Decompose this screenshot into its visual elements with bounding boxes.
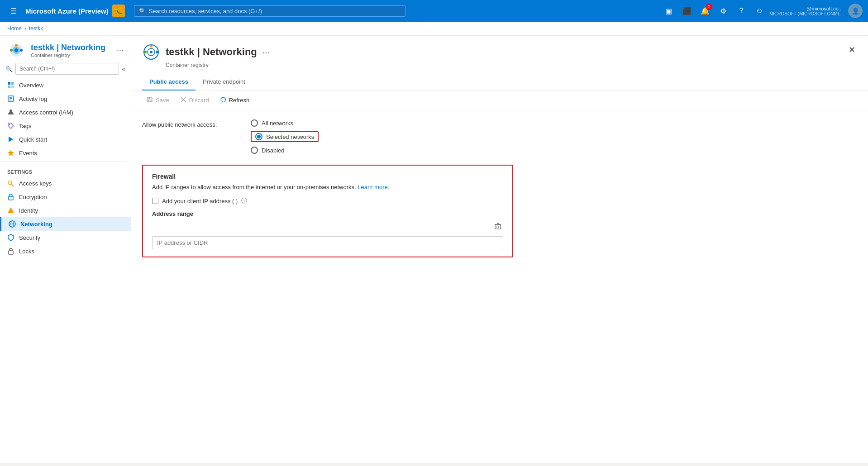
radio-selected-networks[interactable]: Selected networks xyxy=(251,131,319,142)
user-account[interactable]: @microsoft.co... MICROSOFT (MICROSOFT.ON… xyxy=(769,4,863,18)
settings-button[interactable]: ⚙ xyxy=(715,3,731,19)
discard-button[interactable]: Discard xyxy=(176,94,214,106)
app-title: Microsoft Azure (Preview) xyxy=(25,7,109,15)
svg-rect-33 xyxy=(148,100,151,102)
bug-icon: 🐛 xyxy=(112,5,125,17)
svg-point-6 xyxy=(15,44,18,47)
disabled-radio[interactable] xyxy=(251,147,258,154)
breadcrumb-current[interactable]: testkk xyxy=(29,25,43,32)
quick-start-icon xyxy=(7,136,14,143)
radio-disabled[interactable]: Disabled xyxy=(251,147,319,154)
svg-point-5 xyxy=(20,49,23,52)
sidebar-resource-subtitle: Container registry xyxy=(31,52,111,58)
sidebar-collapse-button[interactable]: « xyxy=(122,65,125,72)
sidebar-search-input[interactable] xyxy=(15,63,119,75)
global-search[interactable]: 🔍 xyxy=(134,5,405,17)
notifications-wrap: 🔔 2 xyxy=(697,3,713,19)
sidebar-item-access-keys[interactable]: Access keys xyxy=(0,176,131,190)
sidebar-item-activity-log[interactable]: Activity log xyxy=(0,92,131,105)
selected-networks-label: Selected networks xyxy=(266,133,314,140)
hamburger-icon: ☰ xyxy=(10,7,17,15)
selected-networks-radio[interactable] xyxy=(255,133,262,140)
resource-title-row: testkk | Networking ··· xyxy=(142,43,847,61)
radio-all-networks[interactable]: All networks xyxy=(251,119,319,127)
feedback-icon: ☺ xyxy=(756,7,763,15)
delete-address-button[interactable] xyxy=(492,221,503,233)
disabled-label: Disabled xyxy=(262,147,285,154)
svg-marker-17 xyxy=(9,137,13,142)
sidebar-item-tags[interactable]: Tags xyxy=(0,119,131,133)
svg-point-31 xyxy=(156,51,158,53)
client-ip-label: Add your client IP address ( ) xyxy=(162,198,238,204)
sidebar-item-identity[interactable]: Identity xyxy=(0,204,131,217)
sidebar-resource-name: testkk | Networking xyxy=(31,43,111,52)
svg-marker-18 xyxy=(8,150,14,156)
top-navigation: ☰ Microsoft Azure (Preview) 🐛 🔍 ▣ ⬛ 🔔 2 … xyxy=(0,0,868,22)
discard-icon xyxy=(180,96,186,104)
sidebar-more-button[interactable]: ··· xyxy=(117,46,124,55)
sidebar: testkk | Networking Container registry ·… xyxy=(0,36,131,463)
cidr-input[interactable] xyxy=(152,236,503,249)
feedback-button[interactable]: ☺ xyxy=(751,3,768,19)
svg-rect-26 xyxy=(9,251,13,254)
learn-more-link[interactable]: Learn more. xyxy=(358,184,389,190)
tabs: Public access Private endpoint xyxy=(131,74,868,90)
help-button[interactable]: ? xyxy=(733,3,749,19)
networking-icon xyxy=(9,220,16,228)
close-button[interactable]: ✕ xyxy=(847,43,857,57)
sidebar-item-networking[interactable]: Networking xyxy=(0,217,131,231)
identity-icon xyxy=(7,207,14,214)
svg-point-16 xyxy=(9,124,10,125)
refresh-label: Refresh xyxy=(229,97,250,104)
info-icon[interactable]: ⓘ xyxy=(241,197,247,205)
svg-point-4 xyxy=(10,49,13,52)
help-icon: ? xyxy=(739,7,744,15)
save-button[interactable]: Save xyxy=(142,94,174,106)
sidebar-item-overview[interactable]: Overview xyxy=(0,78,131,92)
sidebar-search-icon: 🔍 xyxy=(5,66,13,72)
page-subtitle: Container registry xyxy=(166,62,847,68)
sidebar-item-locks[interactable]: Locks xyxy=(0,244,131,258)
refresh-icon xyxy=(220,96,226,104)
client-ip-row: Add your client IP address ( ) ⓘ xyxy=(152,197,503,205)
tab-public-access[interactable]: Public access xyxy=(142,74,196,90)
svg-point-32 xyxy=(150,45,153,48)
tab-private-endpoint[interactable]: Private endpoint xyxy=(196,74,253,90)
encryption-icon xyxy=(7,193,14,200)
hamburger-menu-button[interactable]: ☰ xyxy=(5,3,22,19)
svg-marker-22 xyxy=(8,207,14,213)
search-input[interactable] xyxy=(149,8,401,14)
settings-icon: ⚙ xyxy=(720,7,726,15)
access-control-icon xyxy=(7,109,14,116)
main-content: Allow public network access: All network… xyxy=(131,110,868,463)
breadcrumb-home[interactable]: Home xyxy=(7,25,22,32)
sidebar-search-wrap: 🔍 « xyxy=(0,63,131,78)
client-ip-checkbox[interactable] xyxy=(152,198,158,204)
terminal-icon: ▣ xyxy=(665,7,672,15)
sidebar-item-label: Quick start xyxy=(19,136,47,143)
sidebar-item-quick-start[interactable]: Quick start xyxy=(0,133,131,146)
svg-rect-9 xyxy=(8,86,10,88)
sidebar-item-events[interactable]: Events xyxy=(0,146,131,160)
svg-rect-8 xyxy=(11,82,14,85)
sidebar-item-encryption[interactable]: Encryption xyxy=(0,190,131,204)
sidebar-item-label: Security xyxy=(19,234,40,241)
cloud-shell-button[interactable]: ⬛ xyxy=(679,3,695,19)
sidebar-item-access-control[interactable]: Access control (IAM) xyxy=(0,105,131,119)
page-more-button[interactable]: ··· xyxy=(262,47,270,57)
save-label: Save xyxy=(156,97,169,104)
save-icon xyxy=(147,96,153,104)
sidebar-item-security[interactable]: Security xyxy=(0,231,131,244)
firewall-section: Firewall Add IP ranges to allow access f… xyxy=(142,165,513,257)
firewall-description: Add IP ranges to allow access from the i… xyxy=(152,184,503,190)
overview-icon xyxy=(7,81,14,89)
resource-icon-big xyxy=(142,43,160,61)
locks-icon xyxy=(7,247,14,255)
svg-rect-34 xyxy=(148,97,150,99)
all-networks-radio[interactable] xyxy=(251,119,258,127)
page-title: testkk | Networking xyxy=(166,46,257,58)
sidebar-item-label: Encryption xyxy=(19,194,47,200)
refresh-button[interactable]: Refresh xyxy=(215,94,254,106)
sidebar-item-label: Overview xyxy=(19,82,43,89)
terminal-button[interactable]: ▣ xyxy=(661,3,677,19)
